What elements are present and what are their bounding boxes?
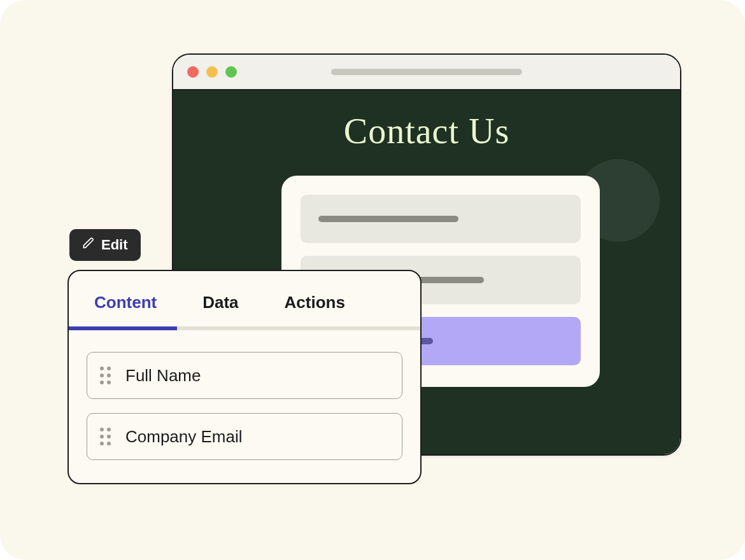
tab-data[interactable]: Data [202,293,238,326]
traffic-lights [187,66,237,78]
panel-body: Full Name Company Email [69,330,420,483]
form-field-placeholder[interactable] [301,195,581,243]
minimize-icon[interactable] [206,66,218,78]
browser-titlebar [173,55,680,90]
tab-content[interactable]: Content [94,293,157,326]
field-row[interactable]: Full Name [87,352,402,399]
page-heading: Contact Us [173,90,680,151]
close-icon[interactable] [187,66,199,78]
address-bar-placeholder [331,69,522,75]
edit-panel: Content Data Actions Full Name Company E… [67,270,422,484]
field-row[interactable]: Company Email [87,413,402,460]
field-label: Company Email [125,427,243,447]
active-tab-indicator [69,326,177,330]
field-label: Full Name [125,366,201,386]
drag-handle-icon[interactable] [100,367,113,384]
canvas: Contact Us Edit Content Data A [0,0,745,560]
pencil-icon [82,237,95,253]
tab-actions[interactable]: Actions [285,293,345,326]
tabs: Content Data Actions [69,271,420,326]
text-placeholder [318,216,458,222]
maximize-icon[interactable] [225,66,237,78]
drag-handle-icon[interactable] [100,428,113,445]
edit-button[interactable]: Edit [69,229,141,261]
tab-underline [69,326,420,330]
edit-button-label: Edit [101,237,128,253]
